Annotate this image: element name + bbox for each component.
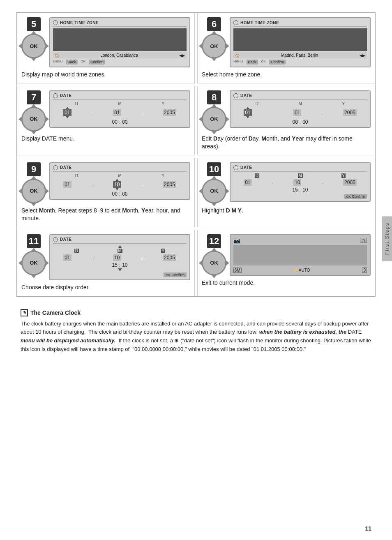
val-d-11: 01 [63,254,71,261]
ok-button-12[interactable]: OK [202,251,226,275]
ok-button-11[interactable]: OK [21,251,46,275]
confirm-btn-10[interactable]: OK Confirm [344,194,367,199]
col-y-7: Y [162,102,165,106]
ok-left-arrow-8 [199,116,203,122]
time-h-10: 15 [292,187,297,193]
col-d-8: D [256,102,258,106]
val-y-7: 2005 [163,109,176,116]
caption-9: Select Month. Repeat steps 8–9 to edit M… [21,207,190,223]
val-d-8: 01 [244,109,251,116]
note-body: The clock battery charges when the main … [21,320,371,354]
pencil-icon: ✎ [21,309,28,316]
ok-label-10: OK [210,188,218,194]
location-row-6: 🏠 Madrid, Paris, Berlin ◀▶ [233,52,367,58]
screen-title-5: HOME TIME ZONE [60,21,99,25]
confirm-btn-11[interactable]: OK Confirm [164,272,187,277]
step-number-7: 7 [27,90,41,104]
step-number-6: 6 [207,17,221,31]
time-m-8: 00 [302,119,308,125]
panel-9: 9 OK DATE D M Y [17,158,195,227]
screen-title-6: HOME TIME ZONE [240,21,279,25]
screen-title-9: DATE [60,165,71,170]
note-title: ✎ The Camera Clock [21,309,371,316]
screen-8: DATE D M Y 01 . 01 [230,90,371,128]
ok-button-10[interactable]: OK [202,179,226,203]
ok-right-arrow-7 [45,116,49,122]
ok-right-arrow-11 [45,260,49,266]
ok-label-12: OK [210,260,218,266]
col-m-8: M [299,102,302,106]
camera-mode-12: ⚡AUTO [294,268,310,272]
col-m-11: M [118,249,122,253]
col-m-10: M [298,173,303,178]
confirm-btn-5[interactable]: Confirm [89,60,105,65]
panels-grid: 5 OK HOME TIME ZONE [16,12,376,297]
ok-button-8[interactable]: OK [202,107,226,132]
back-btn-5[interactable]: Back [66,60,78,65]
screen-9: DATE D M Y 01 . 10 [49,162,190,200]
menu-label-6: MENU [233,60,243,65]
screen-10: DATE D M Y 01 . 10 . 2005 [230,162,371,202]
val-m-10: 10 [293,179,301,186]
panel-6: 6 OK HOME TIME ZONE [197,13,375,83]
screen-12: 📷 IN 6M ⚡AUTO 9 [230,234,371,276]
ok-right-arrow-12 [225,260,229,266]
time-m-11: 10 [122,262,127,268]
val-d-9: 01 [63,181,71,188]
time-row-7: 00 : 00 [53,119,187,125]
time-row-10: 15 : 10 [233,187,367,193]
val-y-10: 2005 [343,179,357,186]
screen-7: DATE D M Y 01 . 01 [49,90,190,128]
ok-left-arrow-10 [199,188,203,194]
step-number-10: 10 [207,162,221,176]
location-row-5: 🏠 London, Casablanca ◀▶ [53,52,187,58]
globe-icon-8 [233,93,238,98]
col-d-9: D [75,173,78,178]
ok-button-7[interactable]: OK [21,107,46,132]
ok-button-6[interactable]: OK [202,34,226,58]
time-h-9: 00 [112,191,117,197]
panel-12: 12 OK 📷 IN 6M ⚡AUTO [197,230,375,296]
globe-icon-7 [53,93,58,98]
ok-label-7: OK [30,116,38,122]
time-h-7: 00 [112,119,117,125]
ok-right-arrow-9 [45,188,49,194]
ok-button-5[interactable]: OK [21,34,46,58]
val-d-10: 01 [244,179,251,186]
screen-6: HOME TIME ZONE 🏠 Madrid, Paris, Berlin ◀… [230,17,371,67]
screen-title-8: DATE [240,93,252,98]
step-number-5: 5 [27,17,41,31]
col-d-11: D [74,249,79,253]
ok-left-arrow-11 [18,260,23,266]
confirm-btn-6[interactable]: Confirm [269,60,286,65]
ok-left-arrow-6 [199,43,203,49]
screen-5: HOME TIME ZONE 🏠 London, Casablanca ◀▶ M… [49,17,190,67]
ok-left-arrow-7 [18,116,23,122]
ok-right-arrow-8 [225,116,229,122]
back-btn-6[interactable]: Back [247,60,258,65]
val-d-7: 01 [63,109,71,116]
camera-res-12: 6M [233,268,242,273]
page-wrapper: 5 OK HOME TIME ZONE [0,0,392,362]
ok-left-arrow-12 [199,260,203,266]
panel-8: 8 OK DATE D M Y [197,86,375,155]
ok-label-8: OK [210,116,218,122]
col-y-11: Y [161,249,166,253]
panel-7: 7 OK DATE D M Y [17,86,195,155]
screen-title-10: DATE [240,165,252,170]
location-label-6: Madrid, Paris, Berlin [281,53,318,58]
caption-5: Display map of world time zones. [21,71,106,79]
caption-8: Edit Day (order of Day, Month, and Year … [202,135,371,151]
right-label: First Steps [382,216,392,261]
screen-11: DATE D M Y 01 . 10 . 2005 [49,234,190,280]
col-m-7: M [118,102,122,106]
globe-icon-6 [233,20,238,25]
screen-title-11: DATE [60,237,71,242]
time-h-11: 15 [112,262,117,268]
ok-label-5: OK [30,43,38,49]
time-m-9: 00 [122,191,127,197]
globe-icon-9 [53,165,58,170]
ok-right-arrow-6 [225,43,229,49]
ok-button-9[interactable]: OK [21,179,46,203]
screen-title-7: DATE [60,93,71,98]
